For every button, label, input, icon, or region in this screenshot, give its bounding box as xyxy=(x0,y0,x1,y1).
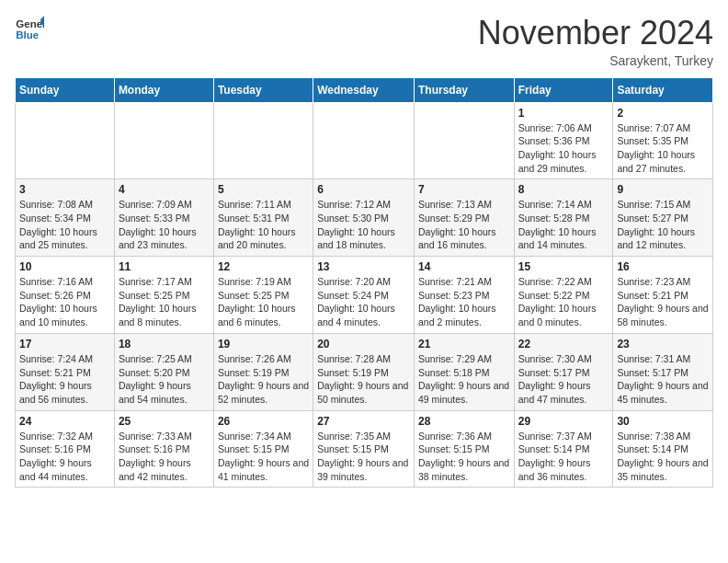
day-info: Sunrise: 7:07 AM Sunset: 5:35 PM Dayligh… xyxy=(617,121,709,176)
calendar-cell: 10Sunrise: 7:16 AM Sunset: 5:26 PM Dayli… xyxy=(16,257,115,334)
day-number: 10 xyxy=(19,260,110,273)
day-info: Sunrise: 7:26 AM Sunset: 5:19 PM Dayligh… xyxy=(218,352,309,407)
calendar-cell: 24Sunrise: 7:32 AM Sunset: 5:16 PM Dayli… xyxy=(16,410,115,488)
month-title: November 2024 xyxy=(478,15,713,52)
weekday-wednesday: Wednesday xyxy=(313,77,415,102)
day-number: 5 xyxy=(218,183,309,196)
day-number: 16 xyxy=(617,260,709,273)
calendar-cell: 2Sunrise: 7:07 AM Sunset: 5:35 PM Daylig… xyxy=(613,102,713,179)
day-number: 11 xyxy=(119,260,210,273)
calendar-cell: 29Sunrise: 7:37 AM Sunset: 5:14 PM Dayli… xyxy=(514,410,613,488)
day-number: 4 xyxy=(119,183,210,196)
day-number: 28 xyxy=(418,415,510,428)
calendar-cell xyxy=(213,102,313,179)
calendar-cell: 28Sunrise: 7:36 AM Sunset: 5:15 PM Dayli… xyxy=(414,410,514,488)
day-info: Sunrise: 7:30 AM Sunset: 5:17 PM Dayligh… xyxy=(518,352,609,407)
day-info: Sunrise: 7:09 AM Sunset: 5:33 PM Dayligh… xyxy=(119,198,210,252)
weekday-friday: Friday xyxy=(514,77,613,102)
day-number: 8 xyxy=(518,183,609,196)
day-info: Sunrise: 7:15 AM Sunset: 5:27 PM Dayligh… xyxy=(617,198,709,252)
day-info: Sunrise: 7:31 AM Sunset: 5:17 PM Dayligh… xyxy=(617,352,709,407)
day-number: 22 xyxy=(518,338,609,350)
day-info: Sunrise: 7:22 AM Sunset: 5:22 PM Dayligh… xyxy=(518,275,609,329)
day-info: Sunrise: 7:38 AM Sunset: 5:14 PM Dayligh… xyxy=(617,430,709,484)
calendar-cell: 9Sunrise: 7:15 AM Sunset: 5:27 PM Daylig… xyxy=(613,179,713,257)
day-number: 29 xyxy=(518,415,609,428)
calendar-cell: 25Sunrise: 7:33 AM Sunset: 5:16 PM Dayli… xyxy=(114,410,213,488)
week-row-3: 17Sunrise: 7:24 AM Sunset: 5:21 PM Dayli… xyxy=(16,333,713,410)
calendar-body: 1Sunrise: 7:06 AM Sunset: 5:36 PM Daylig… xyxy=(16,102,713,488)
week-row-2: 10Sunrise: 7:16 AM Sunset: 5:26 PM Dayli… xyxy=(16,257,713,334)
logo: General Blue xyxy=(15,15,46,44)
calendar-cell: 27Sunrise: 7:35 AM Sunset: 5:15 PM Dayli… xyxy=(313,410,415,488)
calendar-cell xyxy=(313,102,415,179)
day-info: Sunrise: 7:14 AM Sunset: 5:28 PM Dayligh… xyxy=(518,198,609,252)
day-number: 7 xyxy=(418,183,510,196)
calendar-cell: 7Sunrise: 7:13 AM Sunset: 5:29 PM Daylig… xyxy=(414,179,514,257)
calendar-cell xyxy=(414,102,514,179)
calendar-cell: 20Sunrise: 7:28 AM Sunset: 5:19 PM Dayli… xyxy=(313,333,415,410)
week-row-4: 24Sunrise: 7:32 AM Sunset: 5:16 PM Dayli… xyxy=(16,410,713,488)
day-number: 9 xyxy=(617,183,709,196)
day-info: Sunrise: 7:23 AM Sunset: 5:21 PM Dayligh… xyxy=(617,275,709,329)
calendar-cell: 23Sunrise: 7:31 AM Sunset: 5:17 PM Dayli… xyxy=(613,333,713,410)
weekday-monday: Monday xyxy=(114,77,213,102)
calendar-cell: 19Sunrise: 7:26 AM Sunset: 5:19 PM Dayli… xyxy=(213,333,313,410)
day-number: 18 xyxy=(119,338,210,350)
day-number: 6 xyxy=(317,183,410,196)
day-number: 27 xyxy=(317,415,410,428)
day-number: 1 xyxy=(518,107,609,120)
day-info: Sunrise: 7:08 AM Sunset: 5:34 PM Dayligh… xyxy=(19,198,110,252)
day-info: Sunrise: 7:16 AM Sunset: 5:26 PM Dayligh… xyxy=(19,275,110,329)
weekday-sunday: Sunday xyxy=(16,77,115,102)
day-number: 23 xyxy=(617,338,709,350)
day-number: 12 xyxy=(218,260,309,273)
weekday-saturday: Saturday xyxy=(613,77,713,102)
day-info: Sunrise: 7:06 AM Sunset: 5:36 PM Dayligh… xyxy=(518,121,609,176)
weekday-thursday: Thursday xyxy=(414,77,514,102)
day-number: 2 xyxy=(617,107,709,120)
calendar-cell xyxy=(16,102,115,179)
day-info: Sunrise: 7:34 AM Sunset: 5:15 PM Dayligh… xyxy=(218,430,309,484)
calendar-cell xyxy=(114,102,213,179)
calendar-cell: 4Sunrise: 7:09 AM Sunset: 5:33 PM Daylig… xyxy=(114,179,213,257)
day-info: Sunrise: 7:21 AM Sunset: 5:23 PM Dayligh… xyxy=(418,275,510,329)
day-number: 15 xyxy=(518,260,609,273)
week-row-0: 1Sunrise: 7:06 AM Sunset: 5:36 PM Daylig… xyxy=(16,102,713,179)
weekday-tuesday: Tuesday xyxy=(213,77,313,102)
header: General Blue November 2024 Saraykent, Tu… xyxy=(15,15,713,68)
calendar-cell: 8Sunrise: 7:14 AM Sunset: 5:28 PM Daylig… xyxy=(514,179,613,257)
day-number: 25 xyxy=(119,415,210,428)
day-number: 14 xyxy=(418,260,510,273)
day-info: Sunrise: 7:11 AM Sunset: 5:31 PM Dayligh… xyxy=(218,198,309,252)
calendar-cell: 1Sunrise: 7:06 AM Sunset: 5:36 PM Daylig… xyxy=(514,102,613,179)
title-block: November 2024 Saraykent, Turkey xyxy=(478,15,713,68)
location: Saraykent, Turkey xyxy=(478,53,713,68)
day-info: Sunrise: 7:25 AM Sunset: 5:20 PM Dayligh… xyxy=(119,352,210,407)
day-number: 3 xyxy=(19,183,110,196)
day-info: Sunrise: 7:24 AM Sunset: 5:21 PM Dayligh… xyxy=(19,352,110,407)
calendar-cell: 26Sunrise: 7:34 AM Sunset: 5:15 PM Dayli… xyxy=(213,410,313,488)
day-number: 20 xyxy=(317,338,410,350)
calendar-cell: 3Sunrise: 7:08 AM Sunset: 5:34 PM Daylig… xyxy=(16,179,115,257)
day-number: 19 xyxy=(218,338,309,350)
calendar-cell: 22Sunrise: 7:30 AM Sunset: 5:17 PM Dayli… xyxy=(514,333,613,410)
day-number: 26 xyxy=(218,415,309,428)
day-info: Sunrise: 7:20 AM Sunset: 5:24 PM Dayligh… xyxy=(317,275,410,329)
week-row-1: 3Sunrise: 7:08 AM Sunset: 5:34 PM Daylig… xyxy=(16,179,713,257)
calendar-cell: 21Sunrise: 7:29 AM Sunset: 5:18 PM Dayli… xyxy=(414,333,514,410)
calendar-cell: 12Sunrise: 7:19 AM Sunset: 5:25 PM Dayli… xyxy=(213,257,313,334)
day-info: Sunrise: 7:28 AM Sunset: 5:19 PM Dayligh… xyxy=(317,352,410,407)
day-number: 24 xyxy=(19,415,110,428)
calendar-cell: 30Sunrise: 7:38 AM Sunset: 5:14 PM Dayli… xyxy=(613,410,713,488)
day-info: Sunrise: 7:37 AM Sunset: 5:14 PM Dayligh… xyxy=(518,430,609,484)
day-info: Sunrise: 7:13 AM Sunset: 5:29 PM Dayligh… xyxy=(418,198,510,252)
calendar-cell: 16Sunrise: 7:23 AM Sunset: 5:21 PM Dayli… xyxy=(613,257,713,334)
svg-text:General: General xyxy=(16,18,44,29)
calendar-cell: 14Sunrise: 7:21 AM Sunset: 5:23 PM Dayli… xyxy=(414,257,514,334)
day-info: Sunrise: 7:36 AM Sunset: 5:15 PM Dayligh… xyxy=(418,430,510,484)
calendar-header: SundayMondayTuesdayWednesdayThursdayFrid… xyxy=(16,77,713,102)
day-number: 21 xyxy=(418,338,510,350)
day-number: 13 xyxy=(317,260,410,273)
page: General Blue November 2024 Saraykent, Tu… xyxy=(0,0,728,497)
